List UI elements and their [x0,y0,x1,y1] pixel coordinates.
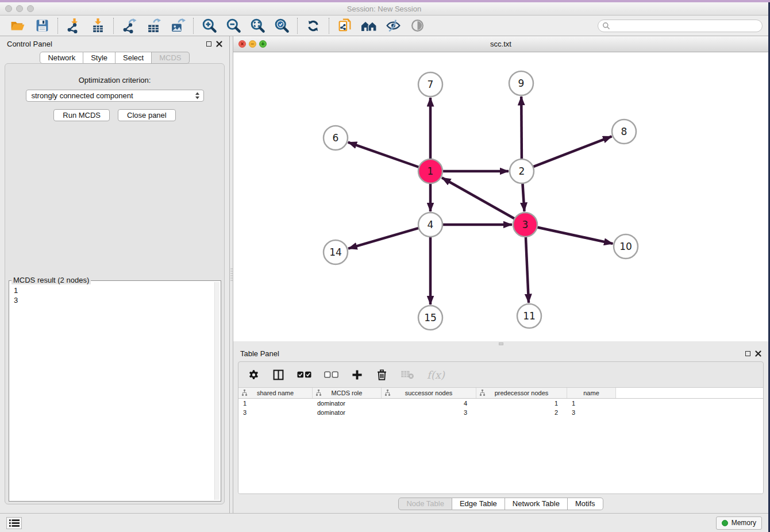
column-header-shared-name[interactable]: shared name [238,388,313,398]
export-network-icon[interactable] [121,17,137,34]
graph-edge-2-3[interactable] [522,183,524,211]
svg-text:10: 10 [619,241,632,252]
graph-edge-2-8[interactable] [533,136,612,167]
network-window-title: scc.txt [490,40,511,48]
graph-edge-3-10[interactable] [537,228,613,244]
home-icon[interactable] [361,17,377,34]
graph-edge-3-11[interactable] [526,237,529,303]
svg-text:2: 2 [519,165,525,177]
delete-column-icon[interactable] [376,369,388,381]
run-mcds-button[interactable]: Run MCDS [53,109,110,121]
import-network-icon[interactable] [66,17,82,34]
graph-edge-1-6[interactable] [348,142,419,167]
split-columns-icon[interactable] [272,369,284,381]
minimize-network-icon[interactable]: − [249,40,256,48]
graph-node-9[interactable]: 9 [509,71,533,95]
table-row[interactable]: 3dominator323 [238,408,763,417]
result-scrollbar[interactable] [214,282,220,500]
main-toolbar [0,16,768,36]
open-folder-icon[interactable] [10,17,26,34]
tab-style[interactable]: Style [83,52,116,64]
search-field[interactable] [598,20,763,32]
network-window-titlebar[interactable]: × − + scc.txt [233,36,768,52]
add-column-icon[interactable] [351,369,363,381]
close-network-icon[interactable]: × [238,40,246,48]
export-table-icon[interactable] [145,17,161,34]
mcds-result-text[interactable]: 1 3 [10,282,214,500]
gear-icon[interactable] [248,369,260,381]
svg-text:14: 14 [329,246,342,258]
close-panel-icon[interactable] [216,41,222,47]
select-all-columns-icon[interactable] [297,371,311,379]
close-panel-icon[interactable] [755,350,761,357]
graph-edge-3-1[interactable] [442,178,515,218]
tab-node-table[interactable]: Node Table [398,498,452,510]
hide-graphics-details-icon[interactable] [385,17,401,34]
graph-node-4[interactable]: 4 [418,213,442,237]
right-column: × − + scc.txt 7968124314101511 T [233,36,768,513]
close-panel-button[interactable]: Close panel [118,109,176,121]
graph-node-15[interactable]: 15 [418,306,442,330]
column-header-predecessor-nodes[interactable]: predecessor nodes [476,388,567,398]
tab-motifs[interactable]: Motifs [568,498,603,510]
float-panel-icon[interactable] [745,351,750,356]
tab-edge-table[interactable]: Edge Table [452,498,505,510]
search-input[interactable] [610,21,758,31]
tab-network[interactable]: Network [40,52,83,64]
node-table[interactable]: shared nameMCDS rolesuccessor nodesprede… [238,387,763,494]
window-titlebar[interactable]: Session: New Session [0,2,768,16]
share-document-icon[interactable] [337,17,353,34]
task-history-icon[interactable] [6,517,22,529]
tab-mcds[interactable]: MCDS [152,52,189,64]
minimize-window-icon[interactable] [16,5,23,12]
column-header-name[interactable]: name [567,388,616,398]
memory-label: Memory [732,519,756,527]
graph-node-8[interactable]: 8 [612,119,636,144]
network-window: × − + scc.txt 7968124314101511 [233,36,768,341]
zoom-selected-icon[interactable] [274,17,290,34]
column-header-successor-nodes[interactable]: successor nodes [382,388,476,398]
import-table-icon[interactable] [90,17,106,34]
float-panel-icon[interactable] [206,41,211,47]
close-window-icon[interactable] [5,5,12,12]
tab-network-table[interactable]: Network Table [505,498,568,510]
maximize-network-icon[interactable]: + [259,40,267,48]
splitter-grip[interactable] [230,268,233,281]
table-rows: 1dominator4113dominator323 [238,399,763,417]
graph-node-6[interactable]: 6 [324,126,348,150]
graph-node-10[interactable]: 10 [614,234,638,259]
function-builder-icon: f(x) [427,369,445,381]
export-image-icon[interactable] [170,17,186,34]
graph-edge-4-14[interactable] [348,228,419,249]
zoom-in-icon[interactable] [201,17,217,34]
tab-select[interactable]: Select [116,52,152,64]
graph-edge-2-9[interactable] [521,97,522,159]
workspace: Control Panel NetworkStyleSelectMCDS Opt… [0,36,768,513]
optimization-criterion-dropdown[interactable]: strongly connected component [26,90,204,102]
graph-node-11[interactable]: 11 [517,304,541,328]
zoom-fit-icon[interactable] [249,17,265,34]
column-header-MCDS-role[interactable]: MCDS role [313,388,382,398]
save-session-icon[interactable] [34,17,50,34]
horizontal-splitter[interactable] [233,341,768,346]
tree-icon [479,390,486,397]
table-row[interactable]: 1dominator411 [238,399,763,408]
graph-node-14[interactable]: 14 [324,240,348,264]
apply-layout-refresh-icon[interactable] [305,17,321,34]
zoom-out-icon[interactable] [225,17,241,34]
window-title: Session: New Session [347,5,421,13]
graph-node-1[interactable]: 1 [418,159,442,183]
splitter-grip[interactable] [499,342,503,345]
graph-node-2[interactable]: 2 [510,159,534,183]
control-panel: Control Panel NetworkStyleSelectMCDS Opt… [0,36,229,513]
graph-node-7[interactable]: 7 [418,72,442,97]
svg-text:1: 1 [428,165,434,177]
memory-button[interactable]: Memory [716,516,762,530]
network-canvas[interactable]: 7968124314101511 [233,52,768,341]
tree-icon [384,390,391,397]
graph-node-3[interactable]: 3 [513,213,537,237]
vertical-splitter[interactable] [229,36,233,513]
show-graphics-details-icon[interactable] [409,17,425,34]
deselect-all-columns-icon[interactable] [324,371,338,379]
maximize-window-icon[interactable] [27,5,34,12]
